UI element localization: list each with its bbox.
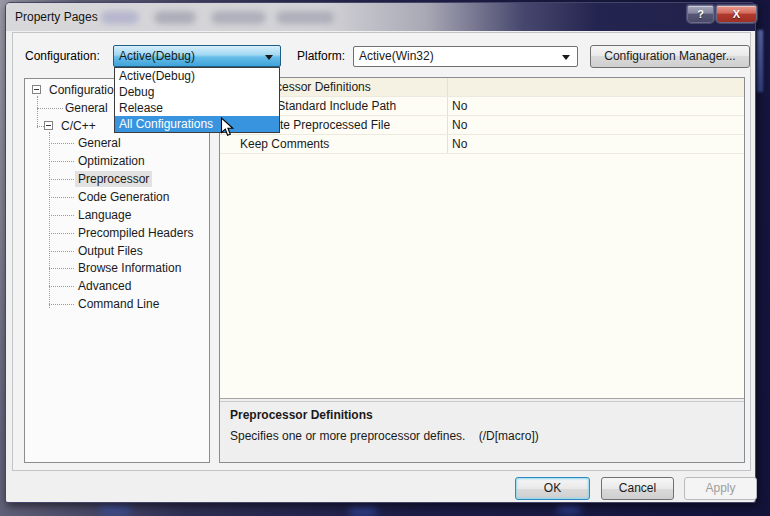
- configuration-manager-label: Configuration Manager...: [604, 49, 735, 63]
- configuration-label: Configuration:: [25, 49, 100, 63]
- tree-item-label: General: [75, 135, 124, 151]
- property-value[interactable]: No: [448, 116, 744, 134]
- cancel-button-label: Cancel: [619, 481, 656, 495]
- cancel-button[interactable]: Cancel: [601, 477, 674, 500]
- background-window-edge: [757, 30, 763, 92]
- configuration-manager-button[interactable]: Configuration Manager...: [590, 45, 750, 68]
- tree-item-optimization[interactable]: Optimization: [25, 152, 209, 170]
- chevron-down-icon: [562, 55, 570, 60]
- apply-button-label: Apply: [705, 481, 735, 495]
- tree-item-command-line[interactable]: Command Line: [25, 295, 209, 313]
- chevron-down-icon: [265, 55, 273, 60]
- ok-button[interactable]: OK: [515, 477, 590, 500]
- configuration-dropdown-list: Active(Debug) Debug Release All Configur…: [114, 67, 280, 133]
- description-panel: Preprocessor Definitions Specifies one o…: [220, 402, 744, 462]
- property-pane: Preprocessor Definitions Ignore Standard…: [219, 77, 745, 463]
- property-value[interactable]: No: [448, 135, 744, 153]
- property-row-preprocessor-definitions[interactable]: Preprocessor Definitions: [220, 78, 744, 97]
- platform-combobox-value: Active(Win32): [359, 49, 434, 63]
- property-pages-dialog: Property Pages ? X Configuration: Active…: [5, 2, 756, 503]
- property-value[interactable]: No: [448, 97, 744, 115]
- tree-item-label: General: [62, 100, 111, 116]
- tree-item-label: Advanced: [75, 278, 134, 294]
- tree-item-advanced[interactable]: Advanced: [25, 277, 209, 295]
- window-title: Property Pages: [15, 10, 98, 24]
- tree-item-output-files[interactable]: Output Files: [25, 242, 209, 260]
- dialog-body: Configuration: Active(Debug) Platform: A…: [6, 31, 755, 502]
- platform-label: Platform:: [297, 49, 345, 63]
- desktop: Property Pages ? X Configuration: Active…: [0, 0, 770, 516]
- configuration-combobox-value: Active(Debug): [119, 49, 195, 63]
- tree-item-code-generation[interactable]: Code Generation: [25, 188, 209, 206]
- tree-item-precompiled-headers[interactable]: Precompiled Headers: [25, 224, 209, 242]
- property-name: Keep Comments: [220, 135, 448, 153]
- redacted-title-text: [211, 11, 266, 24]
- tree-item-preprocessor[interactable]: Preprocessor: [25, 170, 209, 188]
- tree-item-label: Preprocessor: [75, 171, 152, 187]
- tree-item-general-cpp[interactable]: General: [25, 135, 209, 153]
- apply-button: Apply: [684, 477, 757, 500]
- property-grid: Preprocessor Definitions Ignore Standard…: [220, 78, 744, 398]
- taskbar-glow: [350, 508, 376, 515]
- configuration-combobox[interactable]: Active(Debug): [113, 45, 281, 67]
- taskbar-glow: [558, 506, 580, 513]
- tree-item-browse-information[interactable]: Browse Information: [25, 259, 209, 277]
- tree-item-label: Code Generation: [75, 189, 172, 205]
- description-text: Specifies one or more preprocessor defin…: [230, 429, 539, 443]
- dropdown-item-release[interactable]: Release: [115, 100, 279, 116]
- x-mark-icon: X: [733, 8, 740, 20]
- tree-item-label: Language: [75, 207, 134, 223]
- description-title: Preprocessor Definitions: [230, 408, 373, 422]
- dropdown-item-active-debug[interactable]: Active(Debug): [115, 68, 279, 84]
- tree-item-label: C/C++: [58, 118, 99, 134]
- tree-item-label: Optimization: [75, 153, 148, 169]
- redacted-title-text: [154, 11, 196, 24]
- collapse-icon[interactable]: [32, 85, 41, 94]
- taskbar-glow: [100, 506, 130, 513]
- redacted-title-text: [101, 11, 139, 24]
- dropdown-item-all-configurations[interactable]: All Configurations: [115, 116, 279, 132]
- property-row-ignore-standard-include-path[interactable]: Ignore Standard Include Path No: [220, 97, 744, 116]
- collapse-icon[interactable]: [44, 121, 53, 130]
- question-mark-icon: ?: [697, 8, 704, 20]
- tree-item-label: Browse Information: [75, 260, 184, 276]
- mouse-cursor-icon: [220, 117, 235, 138]
- property-value[interactable]: [448, 78, 744, 96]
- platform-combobox[interactable]: Active(Win32): [353, 46, 578, 67]
- tree-item-label: Output Files: [75, 243, 146, 259]
- title-bar[interactable]: Property Pages ? X: [6, 3, 755, 31]
- tree-item-label: Precompiled Headers: [75, 225, 196, 241]
- dropdown-item-debug[interactable]: Debug: [115, 84, 279, 100]
- help-button[interactable]: ?: [687, 5, 714, 23]
- property-row-generate-preprocessed-file[interactable]: Generate Preprocessed File No: [220, 116, 744, 135]
- property-row-keep-comments[interactable]: Keep Comments No: [220, 135, 744, 154]
- tree-item-language[interactable]: Language: [25, 206, 209, 224]
- settings-tree[interactable]: Configuration Properties General C/C++ G…: [24, 78, 210, 463]
- ok-button-label: OK: [544, 481, 561, 495]
- tree-item-label: Command Line: [75, 296, 162, 312]
- close-button[interactable]: X: [716, 5, 757, 23]
- redacted-title-text: [276, 11, 334, 24]
